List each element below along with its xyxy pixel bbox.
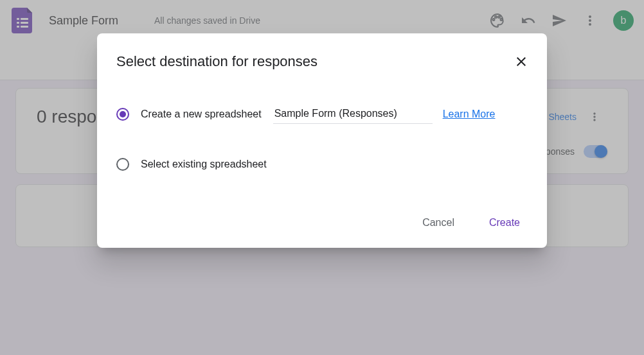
radio-new[interactable] — [116, 108, 129, 121]
option-new-label: Create a new spreadsheet — [141, 108, 262, 120]
cancel-button[interactable]: Cancel — [415, 212, 462, 234]
spreadsheet-name-input[interactable] — [273, 105, 433, 124]
learn-more-link[interactable]: Learn More — [443, 108, 496, 120]
create-button[interactable]: Create — [481, 212, 528, 234]
close-icon[interactable] — [508, 49, 534, 74]
modal-title: Select destination for responses — [116, 53, 318, 70]
option-existing-label: Select existing spreadsheet — [141, 159, 267, 170]
option-new-spreadsheet[interactable]: Create a new spreadsheet Learn More — [116, 100, 542, 128]
destination-modal: Select destination for responses Create … — [97, 33, 547, 248]
option-existing-spreadsheet[interactable]: Select existing spreadsheet — [116, 150, 542, 178]
radio-existing[interactable] — [116, 158, 129, 171]
